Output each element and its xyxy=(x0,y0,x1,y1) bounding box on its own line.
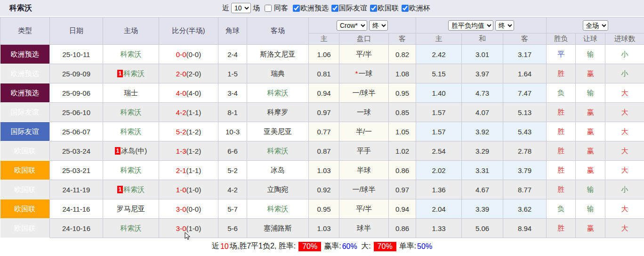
competition-checkbox-3[interactable] xyxy=(402,5,409,12)
table-row: 欧洲预选 25-09-09 1科索沃 2-0(2-0) 1-5 瑞典 0.81 … xyxy=(0,64,644,83)
odd-rate-value: 50% xyxy=(417,242,432,251)
eu-home-odds-cell: 1.40 xyxy=(416,83,462,103)
ah-home-odds-cell: 0.92 xyxy=(309,180,339,199)
table-row: 欧洲预选 25-09-06 瑞士 4-0(4-0) 3-4 科索沃 0.94 一… xyxy=(0,83,644,103)
competition-label-2: 欧国联 xyxy=(378,4,399,12)
match-date-cell: 24-11-16 xyxy=(50,199,103,219)
rank-badge: 1 xyxy=(117,186,123,193)
page-title: 科索沃 xyxy=(0,3,32,13)
eu-away-odds-cell: 3.17 xyxy=(503,45,547,64)
col-header-corner: 角球 xyxy=(218,17,247,45)
away-team-cell: 科摩罗 xyxy=(247,103,309,122)
table-row: 国际友谊 25-06-10 科索沃 4-2(1-1) 8-1 科摩罗 0.97 … xyxy=(0,103,644,122)
win-rate-badge: 70% xyxy=(298,242,321,251)
eu-home-odds-cell: 2.04 xyxy=(416,199,462,219)
away-team-cell: 科索沃 xyxy=(247,83,309,103)
home-team-cell: 1科索沃 xyxy=(103,64,159,83)
summary-recent-label: 近 xyxy=(212,241,219,251)
odds-time-select[interactable]: 终 xyxy=(495,20,514,31)
match-date-cell: 25-06-10 xyxy=(50,103,103,122)
away-team-name: 瑞典 xyxy=(271,69,285,77)
competition-label-3: 欧洲杯 xyxy=(409,4,430,12)
home-team-name: 科索沃 xyxy=(121,50,142,58)
ah-home-odds-cell: 0.81 xyxy=(309,64,339,83)
winlose-result-cell: 胜 xyxy=(547,161,576,180)
odds-company-select[interactable]: 胜平负均值 xyxy=(448,20,493,31)
home-team-name: 科索沃 xyxy=(121,224,142,232)
rank-badge: 1 xyxy=(115,147,121,155)
ah-line-cell: 一/球半 xyxy=(339,180,389,199)
table-row: 欧国联 24-11-19 1科索沃 1-0(1-0) 4-2 立陶宛 0.92 … xyxy=(0,180,644,199)
sub-header-eu-draw: 和 xyxy=(462,33,503,45)
winlose-result-cell: 负 xyxy=(547,199,576,219)
winlose-result-cell: 胜 xyxy=(547,219,576,238)
home-team-cell: 1冰岛(中) xyxy=(103,141,159,161)
score-cell: 2-0(2-0) xyxy=(159,64,218,83)
match-date-cell: 25-09-06 xyxy=(50,83,103,103)
eu-home-odds-cell: 2.54 xyxy=(416,141,462,161)
match-type-cell: 国际友谊 xyxy=(0,103,50,122)
winlose-result-cell: 胜 xyxy=(547,64,576,83)
ah-away-odds-cell: 1.02 xyxy=(389,141,416,161)
away-team-cell: 塞浦路斯 xyxy=(247,219,309,238)
handicap-time-select[interactable]: 终 xyxy=(369,20,388,31)
sub-header-handicap-result: 让球 xyxy=(576,33,605,45)
same-venue-checkbox[interactable] xyxy=(265,5,272,12)
eu-home-odds-cell: 1.57 xyxy=(416,103,462,122)
col-header-score: 比分(半场) xyxy=(159,17,218,45)
same-venue-label: 同客 xyxy=(274,4,288,13)
goals-result-cell: 小 xyxy=(605,64,644,83)
score-cell: 3-0(1-0) xyxy=(159,219,218,238)
match-type-cell: 欧国联 xyxy=(0,199,50,219)
rank-badge: 1 xyxy=(117,70,123,77)
handicap-result-cell: 输 xyxy=(576,83,605,103)
home-team-name: 科索沃 xyxy=(121,166,142,174)
competition-checkbox-1[interactable] xyxy=(331,5,338,12)
scope-select[interactable]: 全场 xyxy=(583,20,608,31)
home-team-name: 瑞士 xyxy=(124,89,138,97)
ah-away-odds-cell: 0.82 xyxy=(389,45,416,64)
odds-header-cell: 胜平负均值 终 xyxy=(416,17,547,33)
ah-home-odds-cell: 0.95 xyxy=(309,199,339,219)
eu-home-odds-cell: 2.42 xyxy=(416,45,462,64)
winlose-result-cell: 胜 xyxy=(547,180,576,199)
ah-home-odds-cell: 0.87 xyxy=(309,141,339,161)
eu-away-odds-cell: 7.47 xyxy=(503,83,547,103)
score-cell: 4-0(4-0) xyxy=(159,83,218,103)
ah-home-odds-cell: 1.03 xyxy=(309,219,339,238)
match-date-cell: 24-10-16 xyxy=(50,219,103,238)
handicap-result-cell: 赢 xyxy=(576,122,605,141)
eu-draw-odds-cell: 3.92 xyxy=(462,122,503,141)
over-rate-badge: 70% xyxy=(374,242,396,251)
eu-home-odds-cell: 1.57 xyxy=(416,122,462,141)
competition-checkbox-0[interactable] xyxy=(293,5,300,12)
match-date-cell: 25-09-09 xyxy=(50,64,103,83)
col-header-away: 客场 xyxy=(247,17,309,45)
sub-header-winlose: 胜负 xyxy=(547,33,576,45)
winlose-result-cell: 胜 xyxy=(547,122,576,141)
corner-cell: 5-6 xyxy=(218,219,247,238)
winlose-result-cell: 平 xyxy=(547,45,576,64)
away-team-name: 斯洛文尼亚 xyxy=(260,50,296,58)
corner-cell: 4-2 xyxy=(218,180,247,199)
ah-away-odds-cell: 0.94 xyxy=(389,199,416,219)
corner-cell: 10-3 xyxy=(218,122,247,141)
ah-line-cell: 球半 xyxy=(339,219,389,238)
ah-home-odds-cell: 1.03 xyxy=(309,161,339,180)
handicap-company-select[interactable]: Crow* xyxy=(337,20,367,31)
sub-header-goals: 进球数 xyxy=(605,33,644,45)
ah-away-odds-cell: 1.08 xyxy=(389,64,416,83)
match-type-cell: 国际友谊 xyxy=(0,122,50,141)
winlose-result-cell: 胜 xyxy=(547,103,576,122)
home-team-name: 科索沃 xyxy=(121,108,142,116)
goals-result-cell: 大 xyxy=(605,161,644,180)
summary-record: 场,胜7平1负2, 胜率: xyxy=(230,241,296,251)
ah-line-cell: 平/半 xyxy=(339,199,389,219)
away-team-name: 科索沃 xyxy=(267,205,289,213)
match-date-cell: 25-03-21 xyxy=(50,161,103,180)
away-team-cell: 科索沃 xyxy=(247,199,309,219)
match-date-cell: 25-10-11 xyxy=(50,45,103,64)
recent-count-select[interactable]: 10 xyxy=(231,3,251,13)
competition-checkbox-2[interactable] xyxy=(370,5,377,12)
eu-home-odds-cell: 1.36 xyxy=(416,180,462,199)
